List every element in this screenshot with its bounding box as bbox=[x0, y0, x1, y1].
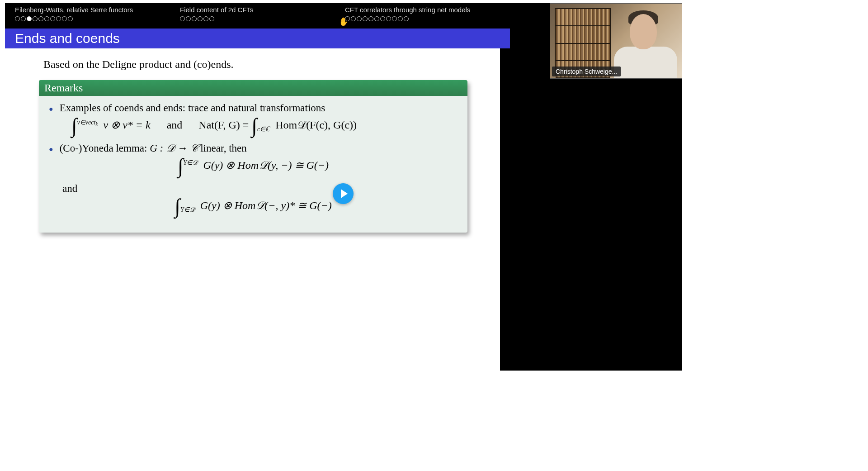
nav-dot[interactable] bbox=[21, 16, 26, 21]
nav-dots-1 bbox=[15, 16, 160, 21]
eq1-right-body: Hom𝒟(F(c), G(c)) bbox=[275, 119, 357, 131]
eq1-left-bound: v∈vect bbox=[77, 119, 96, 126]
nav-dot[interactable] bbox=[186, 16, 191, 21]
nav-section-2[interactable]: Field content of 2d CFTs bbox=[170, 3, 335, 29]
nav-dot[interactable] bbox=[44, 16, 49, 21]
hand-cursor-icon: ✋ bbox=[339, 17, 349, 27]
eq3-bound: Y∈𝒟 bbox=[180, 206, 195, 213]
nav-dot[interactable] bbox=[192, 16, 197, 21]
block-body: ● Examples of coends and ends: trace and… bbox=[39, 96, 467, 233]
eq1-right-lhs: Nat(F, G) = bbox=[198, 119, 251, 131]
equation-3: ∫Y∈𝒟 G(y) ⊗ Hom𝒟(−, y)* ≅ G(−) bbox=[49, 198, 458, 215]
speaker-name: Christoph Schweige... bbox=[552, 67, 621, 76]
bullet-1: ● Examples of coends and ends: trace and… bbox=[49, 102, 458, 114]
nav-dot[interactable] bbox=[363, 16, 368, 21]
nav-dot[interactable] bbox=[351, 16, 356, 21]
nav-section-1[interactable]: Eilenberg-Watts, relative Serre functors bbox=[5, 3, 170, 29]
slide-title: Ends and coends bbox=[15, 31, 120, 46]
slide-body: Based on the Deligne product and (co)end… bbox=[5, 48, 500, 371]
slide-intro: Based on the Deligne product and (co)end… bbox=[5, 48, 500, 71]
webcam-thumbnail[interactable]: Christoph Schweige... bbox=[550, 3, 682, 79]
bullet-2-pre: (Co-)Yoneda lemma: bbox=[60, 143, 150, 154]
nav-dot[interactable] bbox=[68, 16, 73, 21]
equation-2: ∫Y∈𝒟 G(y) ⊗ Hom𝒟(y, −) ≅ G(−) bbox=[49, 158, 458, 175]
slide-nav: Eilenberg-Watts, relative Serre functors… bbox=[5, 3, 500, 29]
nav-title-2: Field content of 2d CFTs bbox=[180, 6, 325, 14]
remarks-block: Remarks ● Examples of coends and ends: t… bbox=[39, 80, 467, 233]
eq1-and: and bbox=[167, 119, 183, 131]
nav-section-3[interactable]: CFT correlators through string net model… bbox=[335, 3, 500, 29]
bullet-icon: ● bbox=[49, 145, 53, 154]
bullet-1-text: Examples of coends and ends: trace and n… bbox=[60, 102, 326, 114]
nav-dot[interactable] bbox=[15, 16, 20, 21]
eq1-left-bound-sub: k bbox=[95, 122, 98, 128]
nav-dot[interactable] bbox=[380, 16, 385, 21]
eq2-bound: Y∈𝒟 bbox=[184, 159, 198, 166]
play-button[interactable] bbox=[333, 183, 354, 204]
nav-dot[interactable] bbox=[368, 16, 373, 21]
eq1-right-bound: c∈ℂ bbox=[257, 126, 270, 133]
nav-dot[interactable] bbox=[62, 16, 67, 21]
bullet-2-post: linear, then bbox=[198, 143, 246, 154]
nav-dot[interactable] bbox=[203, 16, 208, 21]
slide-title-bar: Ends and coends bbox=[5, 29, 510, 48]
nav-dot[interactable] bbox=[198, 16, 203, 21]
nav-dot[interactable] bbox=[38, 16, 43, 21]
nav-dot[interactable] bbox=[209, 16, 214, 21]
and-text: and bbox=[62, 183, 458, 195]
bullet-2-math: G : 𝒟 → 𝒞 bbox=[150, 143, 198, 154]
nav-dot[interactable] bbox=[374, 16, 379, 21]
nav-dot[interactable] bbox=[56, 16, 61, 21]
bullet-icon: ● bbox=[49, 105, 53, 114]
nav-dot[interactable] bbox=[33, 16, 38, 21]
nav-title-3: CFT correlators through string net model… bbox=[345, 6, 490, 14]
nav-dot[interactable] bbox=[27, 16, 32, 21]
nav-title-1: Eilenberg-Watts, relative Serre functors bbox=[15, 6, 160, 14]
eq3-body: G(y) ⊗ Hom𝒟(−, y)* ≅ G(−) bbox=[200, 200, 332, 211]
eq1-left-body: v ⊗ v* = k bbox=[104, 119, 151, 131]
nav-dot[interactable] bbox=[357, 16, 362, 21]
nav-dot[interactable] bbox=[398, 16, 403, 21]
nav-dot[interactable] bbox=[50, 16, 55, 21]
nav-dot[interactable] bbox=[404, 16, 409, 21]
play-icon bbox=[341, 189, 348, 198]
video-stage: Eilenberg-Watts, relative Serre functors… bbox=[5, 3, 682, 371]
presentation-slide: Eilenberg-Watts, relative Serre functors… bbox=[5, 3, 500, 371]
block-header: Remarks bbox=[39, 80, 467, 96]
equation-1: ∫v∈vectk v ⊗ v* = k and Nat(F, G) = ∫c∈ℂ… bbox=[71, 118, 458, 134]
eq2-body: G(y) ⊗ Hom𝒟(y, −) ≅ G(−) bbox=[203, 159, 329, 171]
bullet-2: ● (Co-)Yoneda lemma: G : 𝒟 → 𝒞 linear, t… bbox=[49, 143, 458, 154]
nav-dot[interactable] bbox=[392, 16, 397, 21]
nav-dot[interactable] bbox=[180, 16, 185, 21]
bookshelf bbox=[555, 8, 611, 76]
nav-dot[interactable] bbox=[386, 16, 391, 21]
nav-dots-3 bbox=[345, 16, 490, 21]
nav-dots-2 bbox=[180, 16, 325, 21]
